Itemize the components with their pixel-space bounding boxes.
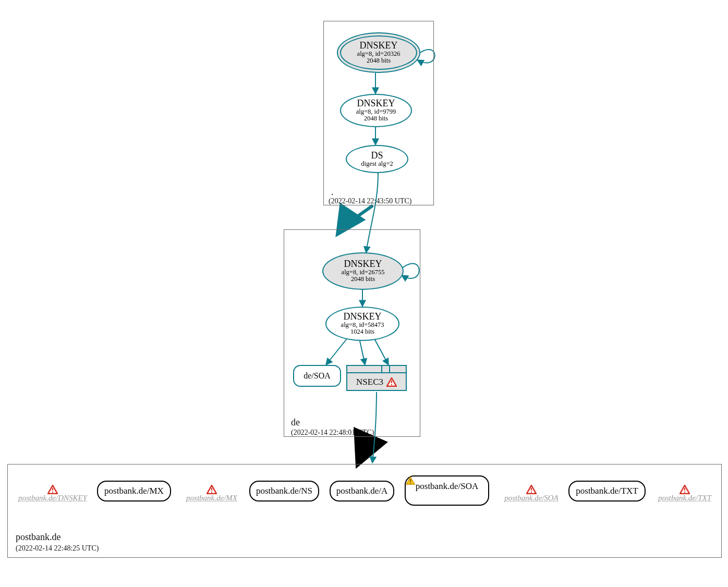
svg-rect-7 — [410, 483, 411, 484]
postbank-dnskey-ghost: postbank.de/DNSKEY — [14, 480, 92, 508]
svg-rect-8 — [531, 488, 532, 491]
root-dnskey-ksk-title: DNSKEY — [359, 41, 397, 51]
root-ds-alg: digest alg=2 — [361, 161, 393, 167]
postbank-a-label: postbank.de/A — [336, 486, 388, 496]
de-dnskey-ksk-bits: 2048 bits — [351, 276, 375, 283]
svg-rect-4 — [211, 488, 212, 491]
postbank-txt-ghost-label: postbank.de/TXT — [658, 494, 711, 503]
svg-rect-10 — [684, 488, 685, 491]
root-dnskey-ksk-bits: 2048 bits — [367, 57, 391, 64]
zone-postbank-label: postbank.de — [16, 532, 60, 543]
postbank-txt-label: postbank.de/TXT — [576, 486, 638, 496]
zone-de-timestamp: (2022-02-14 22:48:01 UTC) — [291, 429, 374, 437]
postbank-mx: postbank.de/MX — [97, 481, 171, 502]
de-dnskey-ksk-title: DNSKEY — [344, 259, 382, 269]
warning-icon — [386, 377, 397, 387]
postbank-txt: postbank.de/TXT — [568, 481, 646, 502]
svg-rect-11 — [684, 492, 685, 493]
root-dnskey-zsk: DNSKEY alg=8, id=9799 2048 bits — [340, 94, 412, 127]
zone-postbank — [7, 464, 722, 558]
postbank-soa-label: postbank.de/SOA — [416, 482, 478, 492]
root-ds-title: DS — [371, 151, 383, 161]
postbank-mx-ghost: postbank.de/MX — [180, 480, 243, 508]
svg-rect-6 — [410, 479, 411, 482]
warning-icon — [680, 485, 690, 494]
svg-rect-0 — [391, 381, 392, 383]
zone-de-label: de — [291, 417, 300, 428]
postbank-soa-ghost-label: postbank.de/SOA — [504, 494, 559, 503]
de-dnskey-ksk: DNSKEY alg=8, id=26755 2048 bits — [322, 252, 404, 290]
postbank-mx-ghost-label: postbank.de/MX — [186, 494, 237, 503]
postbank-ns: postbank.de/NS — [249, 481, 319, 502]
warning-icon — [526, 485, 537, 494]
zone-root-timestamp: (2022-02-14 22:43:50 UTC) — [329, 197, 411, 205]
de-nsec3-label: NSEC3 — [356, 377, 383, 387]
de-dnskey-zsk-title: DNSKEY — [343, 312, 381, 322]
svg-rect-9 — [531, 492, 532, 493]
svg-rect-1 — [391, 384, 392, 385]
postbank-ns-label: postbank.de/NS — [256, 486, 312, 496]
postbank-mx-label: postbank.de/MX — [104, 486, 164, 496]
warning-icon — [207, 485, 217, 494]
de-dnskey-zsk-bits: 1024 bits — [350, 328, 374, 335]
root-ds: DS digest alg=2 — [346, 145, 408, 173]
postbank-soa-ghost: postbank.de/SOA — [498, 480, 565, 508]
dnssec-graph: . (2022-02-14 22:43:50 UTC) DNSKEY alg=8… — [0, 0, 728, 587]
svg-rect-2 — [52, 488, 53, 491]
de-nsec3: NSEC3 — [346, 365, 407, 391]
svg-rect-3 — [52, 492, 53, 493]
warning-icon — [47, 485, 58, 494]
postbank-txt-ghost: postbank.de/TXT — [651, 480, 719, 508]
postbank-soa: postbank.de/SOA — [405, 475, 489, 506]
root-dnskey-ksk: DNSKEY alg=8, id=20326 2048 bits — [337, 32, 420, 73]
svg-rect-5 — [211, 492, 212, 493]
de-soa: de/SOA — [293, 365, 341, 387]
de-dnskey-zsk: DNSKEY alg=8, id=58473 1024 bits — [325, 307, 399, 341]
zone-root-label: . — [331, 187, 334, 198]
warning-yellow-icon — [442, 491, 452, 499]
de-soa-label: de/SOA — [304, 371, 331, 381]
postbank-a: postbank.de/A — [330, 481, 394, 502]
zone-postbank-timestamp: (2022-02-14 22:48:25 UTC) — [16, 544, 99, 553]
root-dnskey-zsk-title: DNSKEY — [357, 99, 395, 108]
root-dnskey-zsk-bits: 2048 bits — [364, 115, 388, 122]
postbank-dnskey-ghost-label: postbank.de/DNSKEY — [18, 494, 87, 503]
